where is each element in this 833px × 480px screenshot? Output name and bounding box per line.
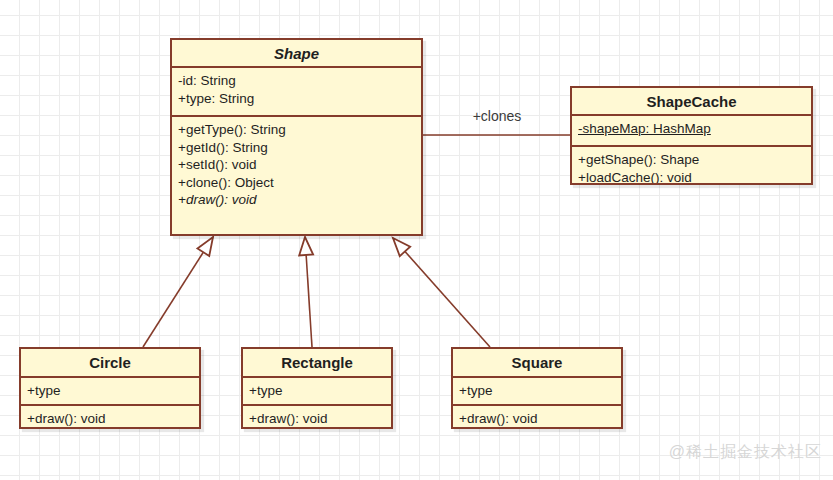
edge-label-clones: +clones [437,107,557,125]
class-title: Shape [172,40,421,66]
method-row: +getType(): String [178,121,415,139]
attribute-row: +type [27,382,193,400]
method-row: +draw(): void [27,410,193,427]
attributes-compartment: +type [453,376,621,404]
watermark: @稀土掘金技术社区 [669,442,822,463]
class-box-shape[interactable]: Shape -id: String+type: String +getType(… [170,38,423,236]
attribute-row: -shapeMap: HashMap [578,120,805,138]
generalization-arrow-square-shape[interactable] [393,238,490,347]
diagram-canvas[interactable]: +clones Shape -id: String+type: String +… [0,0,833,480]
attribute-row: +type [459,382,615,400]
method-row: +setId(): void [178,156,415,174]
generalization-arrow-circle-shape[interactable] [143,237,213,347]
attributes-compartment: +type [243,376,391,404]
methods-compartment: +draw(): void [453,404,621,427]
class-box-square[interactable]: Square +type +draw(): void [451,347,623,429]
attributes-compartment: +type [21,376,199,404]
class-box-rectangle[interactable]: Rectangle +type +draw(): void [241,347,393,429]
method-row: +loadCache(): void [578,169,805,184]
method-row: +draw(): void [249,410,385,427]
attribute-row: +type [249,382,385,400]
methods-compartment: +getShape(): Shape+loadCache(): void [572,145,811,183]
methods-compartment: +draw(): void [243,404,391,427]
attributes-compartment: -id: String+type: String [172,66,421,115]
class-title: Rectangle [243,349,391,376]
method-row: +clone(): Object [178,174,415,192]
method-row: +getShape(): Shape [578,151,805,169]
attributes-compartment: -shapeMap: HashMap [572,114,811,145]
class-box-circle[interactable]: Circle +type +draw(): void [19,347,201,429]
class-title: Circle [21,349,199,376]
class-box-shapecache[interactable]: ShapeCache -shapeMap: HashMap +getShape(… [570,86,813,185]
attribute-row: -id: String [178,72,415,90]
attribute-row: +type: String [178,90,415,108]
class-title: ShapeCache [572,88,811,114]
method-row: +getId(): String [178,139,415,157]
methods-compartment: +getType(): String+getId(): String+setId… [172,115,421,234]
method-row: +draw(): void [459,410,615,427]
method-row: +draw(): void [178,191,415,209]
class-title: Square [453,349,621,376]
generalization-arrow-rectangle-shape[interactable] [305,237,312,347]
methods-compartment: +draw(): void [21,404,199,427]
